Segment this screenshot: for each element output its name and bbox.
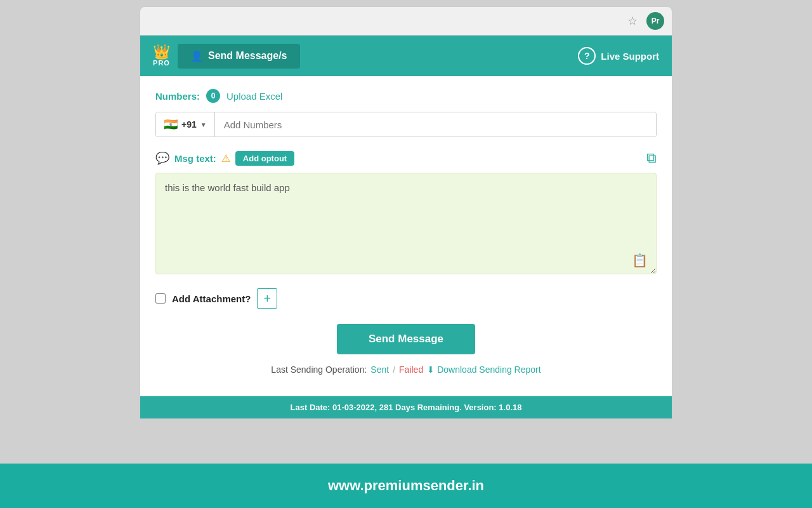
browser-chrome: ☆ Pr <box>140 6 672 35</box>
status-separator: / <box>393 364 395 375</box>
msg-text-label: Msg text: <box>174 153 216 164</box>
download-report-label: Download Sending Report <box>437 364 540 375</box>
bottom-bar: www.premiumsender.in <box>0 464 812 508</box>
add-attachment-button[interactable]: + <box>257 288 277 309</box>
app-header: 👑 PRO 👤 Send Message/s ? Live Support <box>140 36 672 76</box>
header-left: 👑 PRO 👤 Send Message/s <box>153 44 300 69</box>
attachment-label: Add Attachment? <box>172 293 251 304</box>
dropdown-arrow-icon: ▼ <box>200 121 207 128</box>
live-support-label: Live Support <box>601 51 659 62</box>
download-icon: ⬇ <box>427 364 435 375</box>
numbers-row: Numbers: 0 Upload Excel <box>155 89 657 103</box>
send-message-button[interactable]: Send Message <box>337 324 475 354</box>
copy-template-icon[interactable]: ⧉ <box>646 150 657 166</box>
app-footer: Last Date: 01-03-2022, 281 Days Remainin… <box>140 396 672 418</box>
user-avatar: Pr <box>646 12 664 30</box>
upload-excel-link[interactable]: Upload Excel <box>226 91 282 102</box>
status-row: Last Sending Operation: Sent / Failed ⬇ … <box>155 364 657 384</box>
help-icon: ? <box>578 47 596 65</box>
live-support-button[interactable]: ? Live Support <box>578 47 659 65</box>
pro-logo: 👑 PRO <box>153 45 170 67</box>
attachment-checkbox[interactable] <box>155 293 166 304</box>
footer-text: Last Date: 01-03-2022, 281 Days Remainin… <box>291 403 522 412</box>
numbers-count-badge: 0 <box>206 89 220 103</box>
sent-count-link[interactable]: Sent <box>370 364 389 375</box>
country-select[interactable]: 🇮🇳 +91 ▼ <box>156 112 215 137</box>
insert-template-icon[interactable]: 📋 <box>632 253 648 268</box>
bookmark-icon[interactable]: ☆ <box>624 12 641 30</box>
header-title: 👤 Send Message/s <box>178 44 300 69</box>
crown-icon: 👑 <box>153 45 170 59</box>
numbers-label: Numbers: <box>155 91 200 102</box>
download-report-link[interactable]: ⬇ Download Sending Report <box>427 364 540 375</box>
attachment-row: Add Attachment? + <box>155 288 657 309</box>
app-body: Numbers: 0 Upload Excel 🇮🇳 +91 ▼ 💬 Msg t… <box>140 76 672 396</box>
msg-textarea[interactable] <box>155 173 657 274</box>
add-optout-button[interactable]: Add optout <box>235 151 294 166</box>
phone-number-input[interactable] <box>215 112 656 137</box>
msg-textarea-wrapper: 📋 <box>155 173 657 277</box>
pro-label: PRO <box>153 59 170 67</box>
warning-icon: ⚠ <box>221 152 230 164</box>
message-bubble-icon: 💬 <box>155 151 169 165</box>
person-icon: 👤 <box>190 50 203 62</box>
msg-label-row: 💬 Msg text: ⚠ Add optout ⧉ <box>155 150 657 166</box>
failed-count-link[interactable]: Failed <box>399 364 423 375</box>
country-code-label: +91 <box>181 119 197 130</box>
header-title-text: Send Message/s <box>208 50 287 62</box>
phone-row: 🇮🇳 +91 ▼ <box>155 112 657 137</box>
india-flag-icon: 🇮🇳 <box>164 117 178 131</box>
website-url: www.premiumsender.in <box>328 478 484 493</box>
app-window: 👑 PRO 👤 Send Message/s ? Live Support Nu… <box>140 35 672 419</box>
send-button-row: Send Message <box>155 324 657 354</box>
last-operation-label: Last Sending Operation: <box>271 364 367 375</box>
